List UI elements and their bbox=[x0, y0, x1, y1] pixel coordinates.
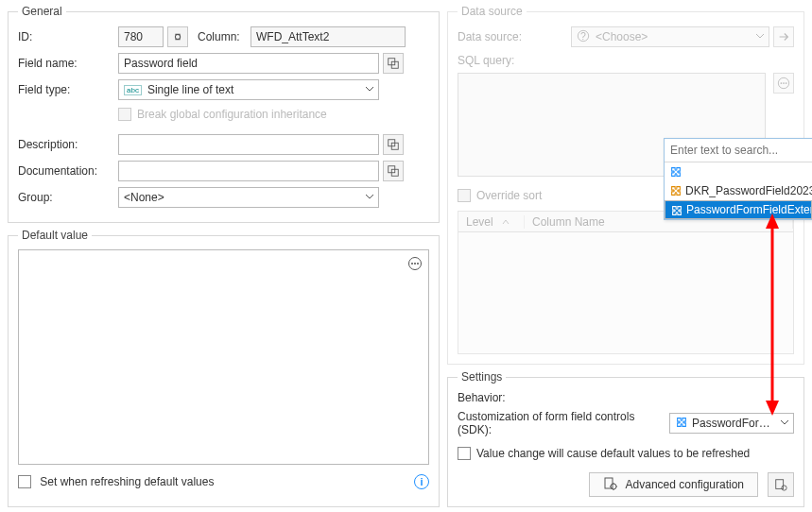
column-label: Column: bbox=[198, 30, 251, 43]
id-field bbox=[118, 26, 164, 47]
general-legend: General bbox=[18, 5, 66, 18]
advanced-config-label: Advanced configuration bbox=[626, 478, 744, 491]
settings-fieldset: Settings Behavior: Customization of form… bbox=[447, 370, 804, 507]
svg-point-19 bbox=[782, 486, 786, 490]
svg-point-17 bbox=[611, 484, 616, 489]
set-refresh-label: Set when refreshing default values bbox=[40, 475, 214, 488]
svg-text:?: ? bbox=[580, 29, 586, 41]
popup-search bbox=[665, 139, 812, 162]
datasource-label: Data source: bbox=[458, 30, 571, 43]
svg-rect-16 bbox=[605, 478, 613, 488]
help-icon: ? bbox=[577, 29, 590, 45]
documentation-translate-icon[interactable] bbox=[383, 161, 404, 181]
value-change-checkbox[interactable] bbox=[458, 447, 471, 460]
column-field bbox=[251, 26, 406, 47]
general-fieldset: General ID: Column: Field name: Field ty… bbox=[8, 5, 440, 223]
svg-point-9 bbox=[417, 263, 419, 265]
chevron-down-icon bbox=[780, 417, 789, 430]
popup-search-input[interactable] bbox=[665, 139, 812, 162]
gear-doc-icon bbox=[603, 476, 618, 494]
sort-asc-icon bbox=[502, 215, 510, 229]
popup-item[interactable]: PasswordFormFieldExtension bbox=[665, 200, 812, 219]
more-icon[interactable] bbox=[407, 256, 423, 274]
group-value: <None> bbox=[124, 191, 164, 204]
chevron-down-icon bbox=[365, 83, 374, 96]
customization-select[interactable]: PasswordFormField... bbox=[669, 413, 794, 434]
documentation-label: Documentation: bbox=[18, 164, 118, 178]
fieldname-label: Field name: bbox=[18, 57, 118, 70]
svg-rect-18 bbox=[776, 480, 784, 489]
settings-legend: Settings bbox=[458, 370, 506, 384]
value-change-label: Value change will cause default values t… bbox=[476, 447, 750, 460]
fieldtype-label: Field type: bbox=[18, 83, 118, 96]
id-link-icon[interactable] bbox=[167, 26, 188, 47]
popup-item-label: DKR_PasswordField2023 bbox=[685, 184, 812, 197]
puzzle-icon bbox=[675, 416, 688, 432]
abc-icon: abc bbox=[124, 85, 142, 95]
puzzle-icon bbox=[669, 203, 684, 218]
puzzle-icon bbox=[668, 183, 683, 198]
svg-point-14 bbox=[783, 82, 785, 84]
description-label: Description: bbox=[18, 138, 118, 151]
popup-item[interactable]: DKR_PasswordField2023 bbox=[665, 181, 812, 200]
datasource-placeholder: <Choose> bbox=[596, 30, 648, 43]
behavior-label: Behavior: bbox=[458, 391, 794, 404]
popup-item[interactable] bbox=[665, 162, 812, 181]
default-value-fieldset: Default value Set when refreshing defaul… bbox=[8, 229, 440, 507]
settings-extra-icon[interactable] bbox=[768, 472, 794, 497]
puzzle-icon bbox=[668, 164, 683, 179]
popup-item-label: PasswordFormFieldExtension bbox=[686, 203, 812, 216]
chevron-down-icon bbox=[755, 30, 765, 43]
svg-point-8 bbox=[414, 263, 416, 265]
group-label: Group: bbox=[18, 191, 118, 204]
sqlquery-label: SQL query: bbox=[458, 54, 571, 67]
data-source-legend: Data source bbox=[458, 5, 527, 18]
fieldtype-value: Single line of text bbox=[147, 83, 233, 96]
fieldtype-select[interactable]: abc Single line of text bbox=[118, 79, 379, 100]
documentation-input[interactable] bbox=[118, 161, 379, 181]
default-value-legend: Default value bbox=[18, 229, 92, 242]
info-icon[interactable]: i bbox=[414, 474, 429, 489]
customization-value: PasswordFormField... bbox=[692, 417, 776, 430]
svg-point-15 bbox=[786, 82, 787, 84]
advanced-config-button[interactable]: Advanced configuration bbox=[589, 472, 758, 497]
description-input[interactable] bbox=[118, 134, 379, 155]
override-sort-label: Override sort bbox=[476, 189, 542, 202]
sqlquery-more-icon bbox=[773, 73, 794, 94]
break-inherit-label: Break global configuration inheritance bbox=[137, 108, 327, 121]
description-translate-icon[interactable] bbox=[383, 134, 404, 155]
customization-dropdown-popup: DKR_PasswordField2023PasswordFormFieldEx… bbox=[664, 138, 812, 220]
columns-grid: Level Column Name bbox=[458, 211, 794, 354]
svg-point-13 bbox=[781, 82, 783, 84]
translate-icon[interactable] bbox=[383, 53, 404, 74]
id-label: ID: bbox=[18, 30, 118, 43]
break-inherit-checkbox bbox=[118, 108, 131, 121]
customization-label: Customization of form field controls (SD… bbox=[458, 410, 669, 436]
fieldname-input[interactable] bbox=[118, 53, 379, 74]
default-value-textarea[interactable] bbox=[18, 249, 429, 465]
chevron-down-icon bbox=[365, 191, 374, 204]
col-level: Level bbox=[458, 215, 525, 229]
set-refresh-checkbox[interactable] bbox=[18, 475, 31, 488]
override-sort-checkbox bbox=[458, 189, 471, 202]
go-arrow-icon bbox=[773, 26, 794, 47]
datasource-select: ? <Choose> bbox=[571, 26, 769, 47]
group-select[interactable]: <None> bbox=[118, 187, 379, 208]
svg-point-7 bbox=[411, 263, 413, 265]
